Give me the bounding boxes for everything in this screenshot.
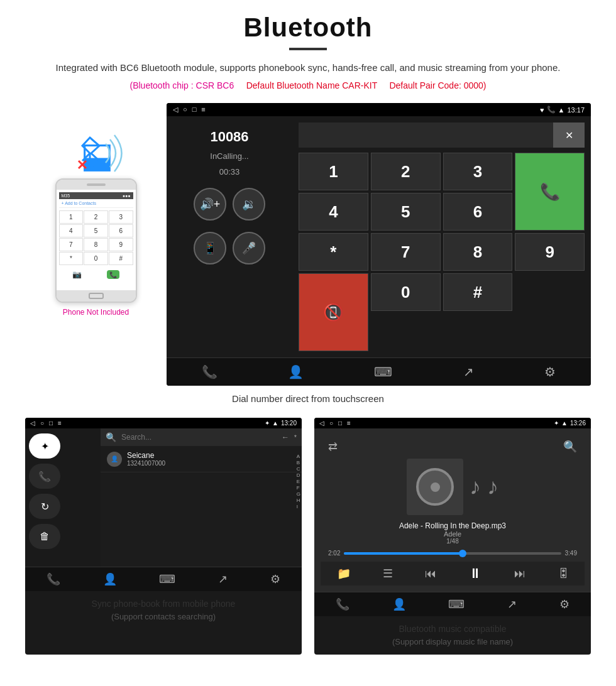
pb-bluetooth-icon-item[interactable]: ✦ [29,433,60,459]
music-nav-contacts[interactable]: 👤 [392,597,406,611]
music-caption-main: Bluetooth music compatible [317,623,588,636]
dial-screen-body: 10086 InCalling... 00:33 🔊+ 🔉 📱 [167,116,591,357]
pb-alpha-d[interactable]: D [297,472,300,478]
phone-key-4[interactable]: 4 [59,224,84,237]
music-list-icon[interactable]: ☰ [383,567,393,580]
phone-top-bar [57,180,136,190]
pb-nav-contacts[interactable]: 👤 [103,572,117,586]
dial-bottom-nav: 📞 👤 ⌨ ↗ ⚙ [167,357,591,386]
music-prev-icon[interactable]: ⏮ [425,567,436,580]
music-nav-settings[interactable]: ⚙ [559,597,569,611]
key-9[interactable]: 9 [515,233,585,271]
phone-key-2[interactable]: 2 [84,210,108,224]
pb-alpha-i[interactable]: I [297,504,300,509]
music-play-icon[interactable]: ⏸ [468,565,482,582]
pb-nav-transfer[interactable]: ↗ [218,572,228,586]
pb-nav-settings[interactable]: ⚙ [270,572,280,586]
pb-nav-dialpad[interactable]: ⌨ [159,572,175,586]
volume-up-button[interactable]: 🔊+ [194,188,226,220]
pb-alpha-e[interactable]: E [297,479,300,484]
mute-button[interactable]: 🎤 [233,232,265,264]
key-hash[interactable]: # [443,273,513,311]
key-6[interactable]: 6 [443,193,513,231]
shuffle-icon[interactable]: ⇄ [328,440,338,454]
back-icon[interactable]: ◁ [173,106,178,114]
key-5[interactable]: 5 [371,193,441,231]
pb-alpha-f[interactable]: F [297,485,300,491]
mute-icon: 🎤 [242,241,256,255]
pb-nav-call[interactable]: 📞 [47,572,60,586]
answer-call-button[interactable]: 📞 [515,153,585,231]
pb-contact-row[interactable]: 👤 Seicane 13241007000 [101,446,302,472]
pb-alpha-c[interactable]: C [297,466,300,472]
pb-bt-icon: ✦ [265,420,270,427]
phone-key-5[interactable]: 5 [84,224,108,237]
music-progress-bar[interactable] [344,552,561,555]
chip-text: (Bluetooth chip : CSR BC6 [129,80,234,90]
pb-alpha-a[interactable]: A [297,454,300,459]
phone-key-9[interactable]: 9 [109,238,133,251]
key-4[interactable]: 4 [299,193,368,231]
key-1[interactable]: 1 [299,153,368,190]
music-search-icon[interactable]: 🔍 [563,440,577,454]
square-icon[interactable]: □ [192,106,197,114]
phone-key-6[interactable]: 6 [109,224,133,237]
backspace-button[interactable]: ✕ [553,122,585,148]
menu-icon[interactable]: ≡ [201,106,205,114]
phone-call-button[interactable]: 📞 [107,270,119,279]
pb-alpha-g[interactable]: G [297,491,300,497]
phone-key-7[interactable]: 7 [59,238,84,251]
phone-key-0[interactable]: 0 [84,252,108,265]
pb-bottom-nav: 📞 👤 ⌨ ↗ ⚙ [25,567,302,591]
key-0[interactable]: 0 [371,273,441,311]
key-7[interactable]: 7 [371,233,441,271]
music-nav-call[interactable]: 📞 [336,597,349,611]
pb-contact-number: 13241007000 [127,460,165,467]
end-call-button[interactable]: 📵 [299,273,368,351]
transfer-button[interactable]: 📱 [194,232,226,264]
pb-search-input[interactable] [121,433,277,442]
pb-time: 13:20 [281,420,297,427]
pb-alpha-h[interactable]: H [297,498,300,503]
key-star[interactable]: * [299,233,368,271]
pb-call-icon-item[interactable]: 📞 [29,464,60,489]
android-status-bar: ◁ ○ □ ≡ ♥ 📞 ▲ 13:17 [167,103,591,116]
key-2[interactable]: 2 [371,153,441,190]
pb-alpha-b[interactable]: B [297,460,300,466]
music-nav-transfer[interactable]: ↗ [507,597,517,611]
calling-status: InCalling... [210,151,248,161]
nav-dialpad-icon[interactable]: ⌨ [374,364,392,379]
music-next-icon[interactable]: ⏭ [514,567,525,580]
music-status-left: ◁ ○ □ ≡ [319,420,351,427]
music-info: Adele - Rolling In the Deep.mp3 Adele 1/… [321,521,585,545]
pb-contact-info: Seicane 13241007000 [127,451,165,467]
nav-transfer-icon[interactable]: ↗ [463,364,474,379]
bt-svg: ⬓ [46,128,146,178]
phone-key-1[interactable]: 1 [59,210,84,224]
dial-caption: Dial number direct from touchscreen [25,386,591,411]
pair-code-text: Default Pair Code: 0000) [389,80,486,90]
music-eq-icon[interactable]: 🎛 [558,567,569,580]
keypad-grid: 1 2 3 📞 4 5 6 * 7 8 9 📵 [299,153,585,351]
phone-key-star[interactable]: * [59,252,84,265]
phone-key-hash[interactable]: # [109,252,133,265]
key-8[interactable]: 8 [443,233,513,271]
volume-down-button[interactable]: 🔉 [233,188,265,220]
pb-delete-icon-item[interactable]: 🗑 [29,524,60,549]
music-nav-dialpad[interactable]: ⌨ [448,597,465,611]
bluetooth-waves-icon: ⬓ [46,128,146,178]
phone-status-bar: M35 ●●● [59,192,133,199]
nav-contacts-icon[interactable]: 👤 [288,364,304,379]
nav-settings-icon[interactable]: ⚙ [544,364,556,379]
phone-key-3[interactable]: 3 [109,210,133,224]
nav-call-icon[interactable]: 📞 [202,364,217,379]
page-wrapper: Bluetooth Integrated with BC6 Bluetooth … [0,0,616,680]
music-caption: Bluetooth music compatible (Support disp… [314,616,591,655]
circle-icon[interactable]: ○ [183,106,187,114]
music-folder-icon[interactable]: 📁 [337,567,351,580]
phone-key-8[interactable]: 8 [84,238,108,251]
phone-home-button[interactable] [89,293,104,299]
key-3[interactable]: 3 [443,153,513,190]
title-section: Bluetooth Integrated with BC6 Bluetooth … [25,13,591,90]
pb-sync-icon-item[interactable]: ↻ [29,494,60,519]
